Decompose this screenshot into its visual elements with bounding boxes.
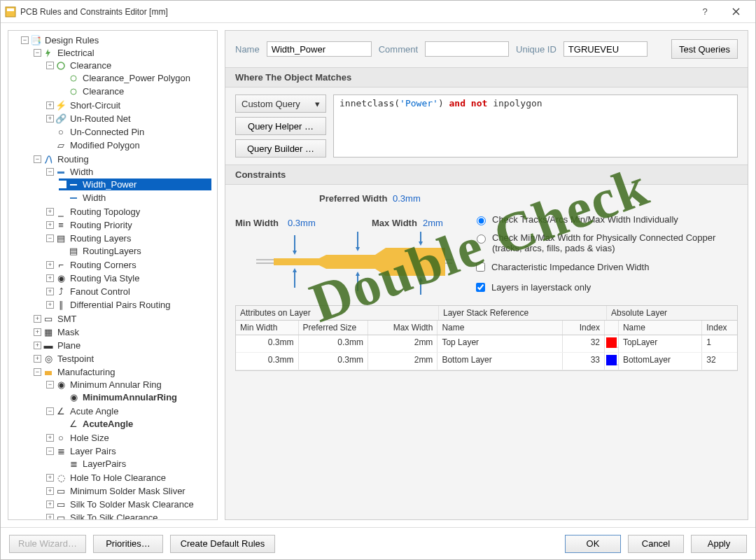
tree-toggle[interactable]: − bbox=[46, 381, 54, 388]
tree-item[interactable]: Silk To Solder Mask Clearance bbox=[68, 499, 196, 510]
col-minwidth[interactable]: Min Width bbox=[236, 321, 299, 335]
query-textarea[interactable]: innetclass('Power') and not inpolygon bbox=[333, 94, 738, 158]
tree-item[interactable]: Un-Connected Pin bbox=[68, 127, 146, 137]
tree-item[interactable]: Clearance_Power Polygon bbox=[80, 73, 192, 83]
uid-input[interactable] bbox=[564, 41, 648, 57]
col-name[interactable]: Name bbox=[438, 321, 563, 335]
tree-toggle[interactable]: + bbox=[46, 208, 54, 216]
radio-connected[interactable]: Check Min/Max Width for Physically Conne… bbox=[473, 232, 738, 253]
tree-item[interactable]: Testpoint bbox=[55, 354, 96, 364]
tree-item[interactable]: Routing Layers bbox=[68, 233, 133, 244]
tree-toggle[interactable]: + bbox=[46, 288, 54, 295]
checkbox-impedance[interactable]: Characteristic Impedance Driven Width bbox=[473, 260, 738, 274]
tree-toggle[interactable]: − bbox=[46, 168, 54, 176]
tree-toggle[interactable]: + bbox=[34, 315, 41, 323]
tree-toggle[interactable]: − bbox=[46, 447, 54, 455]
query-builder-button[interactable]: Query Builder … bbox=[235, 139, 326, 158]
col-name[interactable]: Name bbox=[619, 321, 702, 335]
tree-toggle[interactable]: + bbox=[34, 328, 41, 336]
help-button[interactable]: ? bbox=[690, 2, 720, 22]
tree-item[interactable]: Routing Priority bbox=[68, 220, 134, 230]
tree-item[interactable]: Modified Polygon bbox=[68, 140, 142, 150]
radio-input[interactable] bbox=[477, 216, 486, 225]
tree-toggle[interactable]: + bbox=[46, 102, 54, 109]
checkbox-input[interactable] bbox=[476, 283, 485, 292]
query-helper-button[interactable]: Query Helper … bbox=[235, 117, 326, 135]
tree-toggle[interactable]: − bbox=[21, 36, 29, 44]
priorities-button[interactable]: Priorities… bbox=[93, 535, 163, 553]
tree-toggle[interactable]: − bbox=[46, 407, 54, 415]
tree-toggle[interactable]: + bbox=[46, 261, 54, 269]
tree-item[interactable]: Hole Size bbox=[68, 433, 111, 443]
radio-input[interactable] bbox=[477, 234, 486, 244]
tree-item[interactable]: Hole To Hole Clearance bbox=[68, 472, 168, 483]
tree-toggle[interactable]: + bbox=[46, 514, 54, 520]
comment-input[interactable] bbox=[425, 41, 509, 57]
tree-toggle[interactable]: − bbox=[34, 368, 41, 376]
tree-toggle[interactable]: + bbox=[46, 487, 54, 495]
tree-item[interactable]: Silk To Silk Clearance bbox=[68, 512, 160, 520]
rules-tree[interactable]: −📑Design Rules −Electrical −Clearance Cl… bbox=[8, 30, 218, 520]
match-type-dropdown[interactable]: Custom Query ▾ bbox=[235, 94, 326, 113]
tree-toggle[interactable]: − bbox=[34, 155, 41, 163]
tree-item[interactable]: Fanout Control bbox=[68, 286, 132, 297]
tree-item[interactable]: AcuteAngle bbox=[80, 419, 135, 429]
tree-item[interactable]: Differential Pairs Routing bbox=[68, 300, 173, 310]
tree-item[interactable]: Electrical bbox=[55, 48, 97, 58]
table-row[interactable]: 0.3mm 0.3mm 2mm Bottom Layer 33 BottomLa… bbox=[236, 353, 737, 370]
tree-item[interactable]: Clearance bbox=[68, 60, 113, 71]
tree-item[interactable]: SMT bbox=[55, 314, 78, 324]
test-queries-button[interactable]: Test Queries bbox=[671, 39, 738, 59]
smt-icon: ▭ bbox=[43, 314, 54, 325]
apply-button[interactable]: Apply bbox=[691, 535, 747, 553]
tree-toggle[interactable]: + bbox=[46, 474, 54, 482]
tree-item[interactable]: Width bbox=[68, 167, 95, 177]
tree-item[interactable]: Layer Pairs bbox=[68, 446, 118, 456]
radio-individual[interactable]: Check Tracks/Arcs Min/Max Width Individu… bbox=[473, 214, 738, 225]
create-default-rules-button[interactable]: Create Default Rules bbox=[170, 535, 275, 553]
col-index[interactable]: Index bbox=[563, 321, 605, 335]
tree-item[interactable]: Short-Circuit bbox=[68, 100, 122, 111]
tree-item-selected[interactable]: Width_Power bbox=[80, 179, 139, 190]
rule-icon: ∠ bbox=[68, 419, 79, 430]
tree-toggle[interactable]: − bbox=[34, 49, 41, 57]
tree-toggle[interactable]: + bbox=[46, 434, 54, 442]
tree-item[interactable]: MinimumAnnularRing bbox=[80, 392, 179, 402]
tree-toggle[interactable]: + bbox=[46, 500, 54, 508]
tree-item[interactable]: Manufacturing bbox=[55, 367, 117, 377]
tree-item[interactable]: Clearance bbox=[80, 86, 126, 97]
tree-item[interactable]: Acute Angle bbox=[68, 406, 120, 416]
tree-item[interactable]: RoutingLayers bbox=[80, 246, 144, 256]
tree-item[interactable]: Plane bbox=[55, 340, 83, 351]
tree-item[interactable]: Routing Corners bbox=[68, 260, 139, 270]
tree-item[interactable]: Minimum Annular Ring bbox=[68, 379, 164, 390]
ok-button[interactable]: OK bbox=[565, 535, 621, 553]
checkbox-input[interactable] bbox=[476, 262, 485, 272]
tree-item[interactable]: Routing Via Style bbox=[68, 273, 142, 284]
col-index[interactable]: Index bbox=[702, 321, 737, 335]
table-row[interactable]: 0.3mm 0.3mm 2mm Top Layer 32 TopLayer 1 bbox=[236, 335, 737, 353]
tree-toggle[interactable]: + bbox=[46, 221, 54, 229]
tree-item[interactable]: Routing Topology bbox=[68, 206, 142, 217]
tree-toggle[interactable]: − bbox=[46, 62, 54, 69]
tree-item[interactable]: Un-Routed Net bbox=[68, 113, 133, 124]
col-maxwidth[interactable]: Max Width bbox=[368, 321, 438, 335]
tree-toggle[interactable]: + bbox=[34, 355, 41, 363]
tree-root[interactable]: Design Rules bbox=[43, 35, 101, 46]
layers-table[interactable]: Attributes on Layer Layer Stack Referenc… bbox=[235, 305, 738, 371]
tree-toggle[interactable]: + bbox=[46, 301, 54, 309]
tree-item[interactable]: LayerPairs bbox=[80, 458, 128, 469]
tree-toggle[interactable]: + bbox=[46, 274, 54, 282]
col-prefsize[interactable]: Preferred Size bbox=[299, 321, 368, 335]
tree-toggle[interactable]: + bbox=[34, 342, 41, 349]
name-input[interactable] bbox=[267, 41, 372, 57]
cancel-button[interactable]: Cancel bbox=[628, 535, 684, 553]
tree-item[interactable]: Width bbox=[80, 192, 108, 203]
tree-item[interactable]: Minimum Solder Mask Sliver bbox=[68, 486, 188, 496]
tree-toggle[interactable]: + bbox=[46, 115, 54, 122]
checkbox-layerstack[interactable]: Layers in layerstack only bbox=[473, 281, 738, 294]
tree-toggle[interactable]: − bbox=[46, 234, 54, 242]
tree-item[interactable]: Mask bbox=[55, 327, 81, 337]
tree-item[interactable]: Routing bbox=[55, 154, 91, 164]
close-button[interactable] bbox=[720, 2, 751, 22]
